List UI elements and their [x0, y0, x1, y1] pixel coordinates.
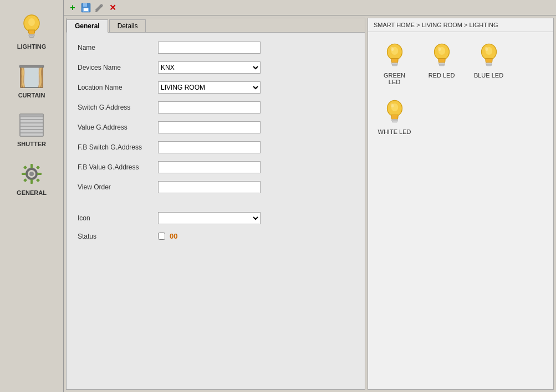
device-item-blue-led[interactable]: BLUE LED [468, 38, 509, 89]
switch-g-address-row: Switch G.Address [78, 101, 354, 114]
view-order-label: View Order [78, 183, 158, 191]
edit-button[interactable] [94, 2, 105, 13]
right-panel: SMART HOME > LIVING ROOM > LIGHTING GREE… [368, 18, 554, 390]
svg-rect-8 [20, 114, 43, 117]
status-value: 00 [170, 232, 177, 240]
name-row: Name [78, 42, 354, 54]
sidebar-item-general[interactable]: GENERAL [0, 156, 63, 199]
devices-name-select[interactable]: KNX MODBUS DALI [158, 61, 261, 74]
tabs: General Details [67, 18, 365, 33]
red-led-label: RED LED [429, 72, 455, 79]
svg-point-15 [29, 172, 34, 176]
status-checkbox[interactable] [158, 233, 165, 240]
svg-rect-20 [23, 166, 27, 169]
shutter-icon [17, 111, 46, 140]
value-g-address-label: Value G.Address [78, 123, 158, 131]
content-panels: General Details Name Devices Name KNX MO… [64, 16, 556, 392]
sidebar-item-shutter[interactable]: SHUTTER [0, 107, 63, 151]
sidebar-label-general: GENERAL [17, 189, 47, 196]
svg-point-3 [28, 18, 35, 26]
svg-rect-19 [37, 173, 42, 175]
sidebar-label-shutter: SHUTTER [17, 141, 46, 147]
status-control: 00 [158, 232, 177, 240]
view-order-input[interactable] [158, 181, 261, 193]
location-name-select[interactable]: LIVING ROOM BEDROOM KITCHEN [158, 81, 261, 94]
fb-switch-g-address-row: F.B Switch G.Address [78, 141, 354, 153]
icon-row: Icon [78, 212, 354, 224]
svg-rect-2 [29, 36, 34, 38]
svg-rect-6 [19, 65, 44, 68]
devices-name-label: Devices Name [78, 64, 158, 71]
general-icon [17, 159, 46, 188]
lighting-icon [15, 9, 48, 42]
curtain-icon [17, 62, 46, 91]
tab-general[interactable]: General [67, 19, 108, 33]
form-body: Name Devices Name KNX MODBUS DALI Locati… [67, 33, 365, 257]
sidebar-label-lighting: LIGHTING [17, 43, 47, 50]
green-led-label: GREEN LED [377, 72, 412, 85]
device-item-green-led[interactable]: GREEN LED [374, 38, 415, 89]
svg-rect-41 [486, 64, 491, 66]
svg-rect-18 [22, 173, 26, 175]
fb-switch-g-address-label: F.B Switch G.Address [78, 143, 158, 151]
main-area: + ✕ General Details [64, 0, 556, 392]
blue-led-label: BLUE LED [474, 72, 503, 79]
name-label: Name [78, 44, 158, 51]
value-g-address-input[interactable] [158, 121, 261, 133]
svg-rect-46 [392, 121, 397, 122]
switch-g-address-label: Switch G.Address [78, 104, 158, 111]
fb-value-g-address-label: F.B Value G.Address [78, 163, 158, 171]
svg-rect-22 [23, 178, 27, 182]
toolbar: + ✕ [64, 0, 556, 16]
svg-rect-23 [36, 178, 40, 182]
svg-rect-27 [84, 8, 88, 11]
sidebar-label-curtain: CURTAIN [18, 92, 45, 99]
devices-grid: GREEN LED RED LED [368, 32, 553, 144]
svg-rect-5 [25, 66, 38, 87]
save-button[interactable] [80, 2, 91, 13]
breadcrumb: SMART HOME > LIVING ROOM > LIGHTING [368, 18, 553, 32]
svg-rect-21 [36, 166, 40, 169]
white-led-label: WHITE LED [378, 128, 411, 135]
svg-rect-31 [392, 64, 397, 66]
status-row: Status 00 [78, 232, 354, 240]
status-label: Status [78, 233, 158, 240]
svg-rect-25 [83, 3, 87, 7]
tab-details[interactable]: Details [109, 19, 146, 32]
value-g-address-row: Value G.Address [78, 121, 354, 133]
fb-value-g-address-input[interactable] [158, 161, 261, 173]
fb-switch-g-address-input[interactable] [158, 141, 261, 153]
sidebar: LIGHTING CURTAIN [0, 0, 64, 392]
device-item-red-led[interactable]: RED LED [421, 38, 462, 89]
svg-rect-36 [439, 64, 444, 66]
svg-rect-17 [30, 179, 33, 184]
sidebar-item-lighting[interactable]: LIGHTING [0, 6, 63, 53]
fb-value-g-address-row: F.B Value G.Address [78, 161, 354, 173]
device-item-white-led[interactable]: WHITE LED [374, 94, 415, 138]
location-name-row: Location Name LIVING ROOM BEDROOM KITCHE… [78, 81, 354, 94]
add-button[interactable]: + [67, 2, 78, 13]
name-input[interactable] [158, 42, 261, 54]
icon-select[interactable] [158, 212, 261, 224]
icon-label: Icon [78, 214, 158, 222]
svg-rect-16 [30, 164, 33, 168]
location-name-label: Location Name [78, 84, 158, 91]
svg-rect-1 [29, 34, 34, 36]
form-panel: General Details Name Devices Name KNX MO… [66, 18, 365, 390]
sidebar-item-curtain[interactable]: CURTAIN [0, 59, 63, 102]
delete-button[interactable]: ✕ [107, 2, 118, 13]
view-order-row: View Order [78, 181, 354, 193]
switch-g-address-input[interactable] [158, 101, 261, 114]
devices-name-row: Devices Name KNX MODBUS DALI [78, 61, 354, 74]
